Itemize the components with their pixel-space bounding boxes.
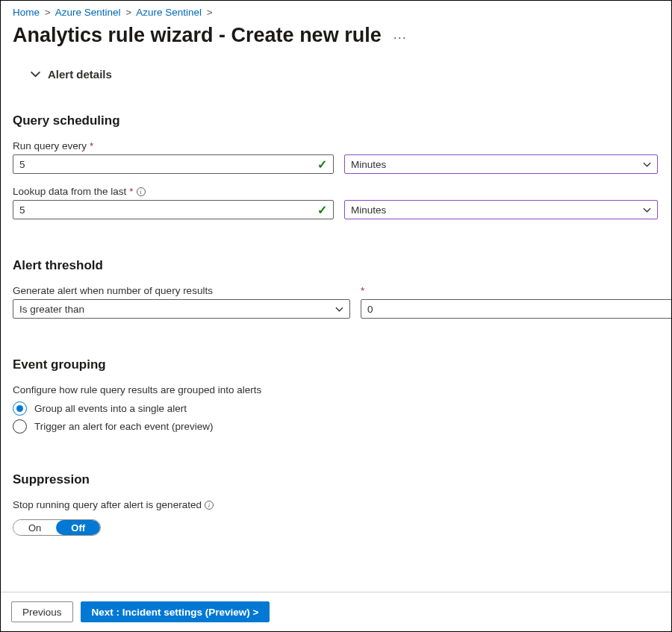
chevron-down-icon (643, 206, 651, 214)
page-title: Analytics rule wizard - Create new rule (13, 24, 382, 47)
breadcrumb-separator (123, 7, 134, 18)
required-asterisk: * (361, 285, 364, 296)
info-icon[interactable]: i (205, 501, 214, 510)
toggle-on[interactable]: On (13, 520, 56, 535)
breadcrumb-home[interactable]: Home (13, 7, 40, 18)
run-query-unit-text: Minutes (351, 159, 386, 170)
chevron-down-icon (643, 160, 651, 169)
alert-details-label: Alert details (48, 68, 112, 81)
radio-checked-icon (13, 401, 27, 416)
threshold-value-input[interactable]: 0 (361, 299, 671, 319)
required-asterisk: * (129, 186, 133, 197)
lookup-unit-select[interactable]: Minutes (344, 200, 658, 219)
previous-button[interactable]: Previous (11, 601, 73, 622)
lookup-data-label: Lookup data from the last (13, 186, 126, 197)
section-title-query-scheduling: Query scheduling (13, 113, 659, 128)
lookup-value-input[interactable]: 5 ✓ (13, 200, 334, 219)
threshold-operator-text: Is greater than (19, 304, 84, 315)
run-query-value-input[interactable]: 5 ✓ (13, 154, 334, 174)
next-button[interactable]: Next : Incident settings (Preview) > (81, 601, 270, 622)
info-icon[interactable]: i (137, 187, 146, 196)
event-grouping-desc: Configure how rule query results are gro… (13, 384, 659, 395)
radio-label-single-alert: Group all events into a single alert (34, 403, 187, 414)
chevron-down-icon (31, 69, 40, 79)
alert-threshold-label: Generate alert when number of query resu… (13, 285, 213, 296)
section-title-suppression: Suppression (13, 472, 659, 487)
suppression-desc: Stop running query after alert is genera… (13, 499, 202, 510)
threshold-value-text: 0 (367, 304, 373, 315)
toggle-off[interactable]: Off (56, 520, 100, 535)
wizard-footer: Previous Next : Incident settings (Previ… (1, 592, 671, 631)
more-actions-button[interactable]: ··· (391, 27, 410, 49)
breadcrumb-separator (205, 7, 215, 18)
lookup-value-text: 5 (19, 204, 25, 216)
radio-label-each-event: Trigger an alert for each event (preview… (34, 421, 214, 432)
check-icon: ✓ (317, 203, 327, 217)
breadcrumb-separator (43, 7, 53, 18)
breadcrumb-azure-sentinel-2[interactable]: Azure Sentinel (136, 7, 202, 18)
alert-details-toggle[interactable]: Alert details (13, 68, 659, 81)
threshold-operator-select[interactable]: Is greater than (13, 299, 350, 319)
section-title-event-grouping: Event grouping (13, 357, 659, 372)
required-asterisk: * (90, 140, 93, 151)
run-query-unit-select[interactable]: Minutes (344, 154, 658, 174)
radio-group-single-alert[interactable]: Group all events into a single alert (13, 401, 659, 416)
run-query-every-label: Run query every (13, 140, 87, 151)
run-query-value-text: 5 (19, 159, 25, 170)
suppression-toggle[interactable]: On Off (13, 519, 101, 536)
breadcrumb-azure-sentinel-1[interactable]: Azure Sentinel (55, 7, 121, 18)
section-title-alert-threshold: Alert threshold (13, 258, 659, 273)
lookup-unit-text: Minutes (351, 204, 386, 216)
check-icon: ✓ (317, 157, 327, 172)
radio-unchecked-icon (13, 419, 27, 434)
chevron-down-icon (335, 305, 343, 313)
radio-group-each-event[interactable]: Trigger an alert for each event (preview… (13, 419, 659, 434)
breadcrumb: Home Azure Sentinel Azure Sentinel (13, 5, 659, 21)
